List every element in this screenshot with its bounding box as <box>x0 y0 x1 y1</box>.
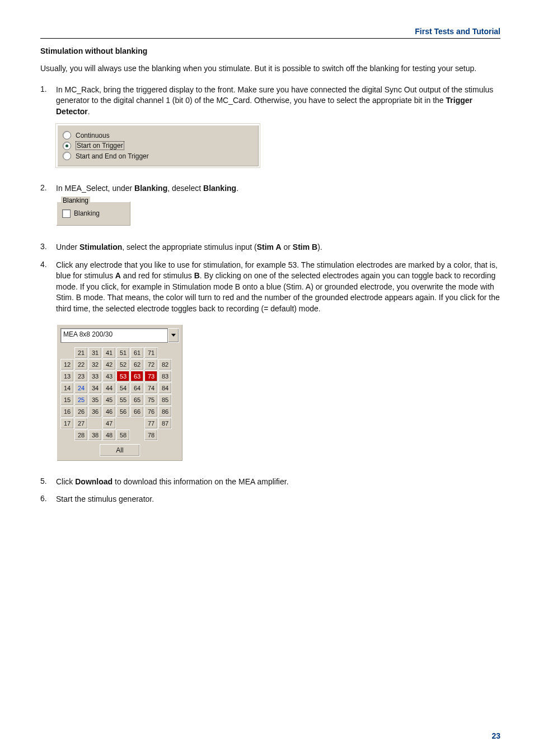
electrode-83[interactable]: 83 <box>158 371 172 382</box>
electrode-65[interactable]: 65 <box>130 394 144 405</box>
electrode-24[interactable]: 24 <box>74 382 88 394</box>
electrode-28[interactable]: 28 <box>74 430 88 441</box>
electrode-27[interactable]: 27 <box>74 418 88 429</box>
step-3-text-c: , select the appropriate stimulus input … <box>122 242 256 251</box>
electrode-12[interactable]: 12 <box>60 359 74 370</box>
electrode-54[interactable]: 54 <box>116 382 130 394</box>
step-2-text-a: In MEA_Select, under <box>56 184 134 193</box>
radio-label: Continuous <box>76 132 110 139</box>
electrode-51[interactable]: 51 <box>116 347 130 358</box>
electrode-76[interactable]: 76 <box>144 406 158 417</box>
step-1-text-a: In MC_Rack, bring the triggered display … <box>56 85 493 105</box>
electrode-grid: 2131415161711222324252627282132333435363… <box>60 347 179 441</box>
electrode-53[interactable]: 53 <box>116 371 130 382</box>
step-num: 6. <box>40 494 56 505</box>
electrode-55[interactable]: 55 <box>116 394 130 405</box>
step-num: 3. <box>40 242 56 253</box>
radio-start-end-on-trigger[interactable]: Start and End on Trigger <box>63 152 253 160</box>
electrode-61[interactable]: 61 <box>130 347 144 358</box>
radio-continuous[interactable]: Continuous <box>63 131 253 139</box>
electrode-26[interactable]: 26 <box>74 406 88 417</box>
electrode-48[interactable]: 48 <box>102 430 116 441</box>
step-1: 1. In MC_Rack, bring the triggered displ… <box>40 85 500 118</box>
trigger-mode-group: Continuous Start on Trigger Start and En… <box>56 124 260 167</box>
step-4-text-c: and red for stimulus <box>121 271 194 280</box>
step-3-text-e: or <box>282 242 293 251</box>
section-title: Stimulation without blanking <box>40 46 500 55</box>
electrode-64[interactable]: 64 <box>130 382 144 394</box>
electrode-42[interactable]: 42 <box>102 359 116 370</box>
step-3-bold-2: Stim A <box>257 242 282 251</box>
radio-label: Start and End on Trigger <box>76 152 149 160</box>
electrode-38[interactable]: 38 <box>88 430 102 441</box>
electrode-23[interactable]: 23 <box>74 371 88 382</box>
chevron-down-icon <box>171 334 176 337</box>
step-2-bold-1: Blanking <box>134 184 167 193</box>
electrode-62[interactable]: 62 <box>130 359 144 370</box>
step-3-text-a: Under <box>56 242 79 251</box>
electrode-17[interactable]: 17 <box>60 418 74 429</box>
radio-label: Start on Trigger <box>76 141 124 150</box>
electrode-25[interactable]: 25 <box>74 394 88 405</box>
electrode-77[interactable]: 77 <box>144 418 158 429</box>
step-num: 1. <box>40 85 56 118</box>
mea-dropdown[interactable]: MEA 8x8 200/30 <box>60 328 179 343</box>
electrode-22[interactable]: 22 <box>74 359 88 370</box>
electrode-85[interactable]: 85 <box>158 394 172 405</box>
step-5: 5. Click Download to download this infor… <box>40 477 500 488</box>
electrode-52[interactable]: 52 <box>116 359 130 370</box>
electrode-78[interactable]: 78 <box>144 430 158 441</box>
electrode-21[interactable]: 21 <box>74 347 88 358</box>
step-num: 5. <box>40 477 56 488</box>
electrode-44[interactable]: 44 <box>102 382 116 394</box>
blanking-checkbox[interactable]: Blanking <box>62 209 125 218</box>
electrode-71[interactable]: 71 <box>144 347 158 358</box>
blanking-legend: Blanking <box>61 197 90 204</box>
step-2: 2. In MEA_Select, under Blanking, desele… <box>40 183 500 194</box>
dropdown-button[interactable] <box>168 328 179 343</box>
electrode-84[interactable]: 84 <box>158 382 172 394</box>
all-button[interactable]: All <box>100 444 140 456</box>
step-3-text-g: ). <box>317 242 322 251</box>
electrode-87[interactable]: 87 <box>158 418 172 429</box>
electrode-45[interactable]: 45 <box>102 394 116 405</box>
mea-dropdown-value: MEA 8x8 200/30 <box>60 328 168 343</box>
electrode-58[interactable]: 58 <box>116 430 130 441</box>
electrode-35[interactable]: 35 <box>88 394 102 405</box>
electrode-46[interactable]: 46 <box>102 406 116 417</box>
electrode-33[interactable]: 33 <box>88 371 102 382</box>
electrode-72[interactable]: 72 <box>144 359 158 370</box>
electrode-32[interactable]: 32 <box>88 359 102 370</box>
step-3: 3. Under Stimulation, select the appropr… <box>40 242 500 253</box>
intro-paragraph: Usually, you will always use the blankin… <box>40 63 500 74</box>
electrode-13[interactable]: 13 <box>60 371 74 382</box>
radio-start-on-trigger[interactable]: Start on Trigger <box>63 141 253 150</box>
step-num: 4. <box>40 260 56 315</box>
step-2-text-e: . <box>236 184 238 193</box>
electrode-63[interactable]: 63 <box>130 371 144 382</box>
electrode-36[interactable]: 36 <box>88 406 102 417</box>
electrode-16[interactable]: 16 <box>60 406 74 417</box>
step-2-bold-2: Blanking <box>203 184 236 193</box>
electrode-43[interactable]: 43 <box>102 371 116 382</box>
electrode-66[interactable]: 66 <box>130 406 144 417</box>
page-header: First Tests and Tutorial <box>40 27 500 39</box>
electrode-74[interactable]: 74 <box>144 382 158 394</box>
step-2-text-c: , deselect <box>167 184 203 193</box>
electrode-47[interactable]: 47 <box>102 418 116 429</box>
radio-icon <box>63 152 71 160</box>
electrode-31[interactable]: 31 <box>88 347 102 358</box>
electrode-86[interactable]: 86 <box>158 406 172 417</box>
electrode-56[interactable]: 56 <box>116 406 130 417</box>
step-5-text-c: to download this information on the MEA … <box>113 477 288 486</box>
electrode-14[interactable]: 14 <box>60 382 74 394</box>
electrode-41[interactable]: 41 <box>102 347 116 358</box>
electrode-82[interactable]: 82 <box>158 359 172 370</box>
electrode-34[interactable]: 34 <box>88 382 102 394</box>
electrode-75[interactable]: 75 <box>144 394 158 405</box>
step-4-bold-1: A <box>115 271 121 280</box>
step-num: 2. <box>40 183 56 194</box>
electrode-73[interactable]: 73 <box>144 371 158 382</box>
electrode-15[interactable]: 15 <box>60 394 74 405</box>
radio-icon <box>63 142 71 150</box>
